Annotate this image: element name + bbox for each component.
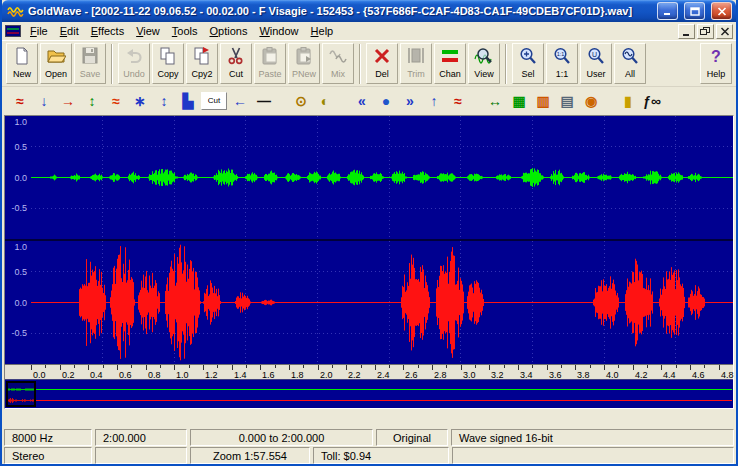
time-tick xyxy=(418,365,419,368)
menu-window[interactable]: Window xyxy=(253,23,304,39)
time-tick xyxy=(289,365,290,370)
copy-button[interactable]: Copy xyxy=(152,43,184,84)
cut-preset-icon[interactable]: Cut xyxy=(201,92,227,110)
time-tick xyxy=(690,365,691,370)
maximize-button[interactable] xyxy=(684,2,705,20)
toolbar-button-label: Undo xyxy=(123,69,145,79)
time-tick xyxy=(88,365,89,370)
play-marker-icon[interactable]: ● xyxy=(375,90,397,111)
offset-icon[interactable]: → xyxy=(57,90,79,111)
seek-end-icon[interactable]: » xyxy=(399,90,421,111)
mechanize-icon[interactable]: ↑ xyxy=(423,90,445,111)
new-button[interactable]: New xyxy=(6,43,38,84)
toolbar-button-label: Mix xyxy=(331,69,345,79)
time-tick xyxy=(719,365,720,370)
view-window-indicator[interactable] xyxy=(6,381,36,407)
toolbar-button-label: Open xyxy=(45,69,67,79)
expression-icon[interactable]: ƒ∞ xyxy=(641,90,663,111)
toolbar-button-label: Save xyxy=(80,69,101,79)
close-button[interactable] xyxy=(711,2,732,20)
1-1-button[interactable]: 1:11:1 xyxy=(546,43,578,84)
time-tick xyxy=(160,365,161,368)
time-tick xyxy=(332,365,333,368)
menu-view[interactable]: View xyxy=(130,23,166,39)
zoom-selection-icon xyxy=(518,46,538,68)
left-plot xyxy=(31,116,733,239)
save-button: Save xyxy=(74,43,106,84)
dynamics-icon[interactable]: ∗ xyxy=(129,90,151,111)
right-waveform-canvas[interactable] xyxy=(31,241,733,364)
view-button[interactable]: View xyxy=(468,43,500,84)
undo-small-icon[interactable]: ← xyxy=(229,90,251,111)
time-tick xyxy=(403,365,404,370)
time-tick xyxy=(704,365,705,368)
amplitude-label: -0.5 xyxy=(11,328,27,338)
open-button[interactable]: Open xyxy=(40,43,72,84)
goldwave-app-icon xyxy=(7,4,24,19)
menu-file[interactable]: File xyxy=(24,23,54,39)
menu-tools[interactable]: Tools xyxy=(166,23,204,39)
time-tick xyxy=(561,365,562,368)
format-cell: Wave signed 16-bit xyxy=(451,429,734,446)
equalizer-icon[interactable]: ▙ xyxy=(177,90,199,111)
menu-help[interactable]: Help xyxy=(305,23,340,39)
time-tick xyxy=(246,365,247,368)
svg-text:U: U xyxy=(592,51,597,58)
sel-button[interactable]: Sel xyxy=(512,43,544,84)
all-button[interactable]: All xyxy=(614,43,646,84)
time-warp-icon[interactable]: ⊙ xyxy=(290,90,312,111)
reverse-icon[interactable]: ↔ xyxy=(484,90,506,111)
overview-left-strip[interactable] xyxy=(6,385,732,393)
toll-cell: Toll: $0.94 xyxy=(313,447,449,464)
doppler-icon[interactable]: ≈ xyxy=(105,90,127,111)
chan-button[interactable]: Chan xyxy=(434,43,466,84)
toolbar-button-label: Help xyxy=(707,69,726,79)
selection-cell: 0.000 to 2:00.000 xyxy=(190,429,373,446)
time-tick xyxy=(475,365,476,368)
time-axis: 0.00.20.40.60.81.01.21.41.61.82.02.22.42… xyxy=(5,364,733,379)
histogram-icon[interactable]: ▥ xyxy=(532,90,554,111)
noise-icon[interactable]: ≈ xyxy=(447,90,469,111)
seek-start-icon[interactable]: « xyxy=(351,90,373,111)
pan-icon[interactable]: ◐ xyxy=(314,90,336,111)
time-tick xyxy=(203,365,204,370)
monitor-icon[interactable]: ◉ xyxy=(580,90,602,111)
cut-button[interactable]: Cut xyxy=(220,43,252,84)
goldwave-window: GoldWave - [2002-11-22 09.06.52 - 00.02.… xyxy=(0,0,738,466)
title-bar[interactable]: GoldWave - [2002-11-22 09.06.52 - 00.02.… xyxy=(2,0,736,22)
grid-icon[interactable]: ▤ xyxy=(556,90,578,111)
user-button[interactable]: UUser xyxy=(580,43,612,84)
spectrum-icon[interactable]: ▦ xyxy=(508,90,530,111)
amplitude-label: 1.0 xyxy=(14,117,27,127)
fader-icon[interactable]: ↕ xyxy=(81,90,103,111)
overview-right-strip[interactable] xyxy=(6,396,732,404)
main-toolbar: NewOpenSaveUndoCopyCpy2CutPastePNewMixDe… xyxy=(2,41,736,87)
menu-effects[interactable]: Effects xyxy=(85,23,130,39)
shape-wave-icon[interactable]: ≈ xyxy=(9,90,31,111)
help-button[interactable]: ?Help xyxy=(700,43,732,84)
del-button[interactable]: Del xyxy=(366,43,398,84)
cpy2-button[interactable]: Cpy2 xyxy=(186,43,218,84)
time-tick xyxy=(590,365,591,368)
zoom-one-to-one-icon: 1:1 xyxy=(552,46,572,68)
minimize-button[interactable] xyxy=(657,2,678,20)
overview-bar[interactable] xyxy=(5,379,733,408)
mdi-minimize-button[interactable] xyxy=(678,24,695,39)
save-disk-icon xyxy=(80,46,100,68)
time-tick xyxy=(318,365,319,370)
left-waveform-canvas[interactable] xyxy=(31,116,733,239)
silence-icon[interactable]: — xyxy=(253,90,275,111)
time-tick xyxy=(174,365,175,370)
paste-icon xyxy=(260,46,280,68)
pointer-down-icon[interactable]: ↓ xyxy=(33,90,55,111)
document-icon[interactable] xyxy=(5,24,21,38)
time-tick xyxy=(232,365,233,370)
new-file-icon xyxy=(12,46,32,68)
menu-options[interactable]: Options xyxy=(204,23,254,39)
empty-cell xyxy=(95,447,187,464)
mdi-restore-button[interactable] xyxy=(697,24,714,39)
menu-edit[interactable]: Edit xyxy=(54,23,85,39)
mdi-close-button[interactable] xyxy=(716,24,733,39)
pitch-icon[interactable]: ↕ xyxy=(153,90,175,111)
meter-icon[interactable]: ▮ xyxy=(617,90,639,111)
